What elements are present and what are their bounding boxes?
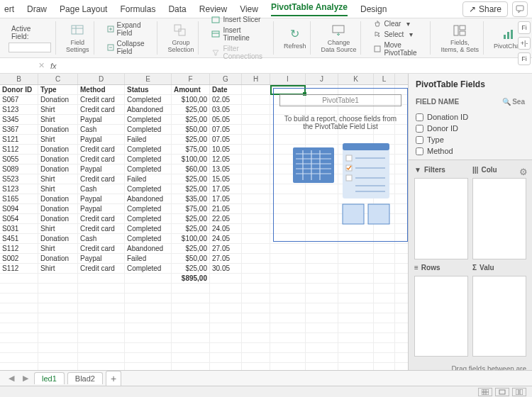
collapse-field-button[interactable]: Collapse Field xyxy=(104,39,153,56)
filters-dropzone[interactable] xyxy=(414,178,468,259)
view-page-layout-button[interactable] xyxy=(495,388,509,396)
fields-items-sets-button[interactable]: Fields, Items, & Sets xyxy=(436,21,484,55)
svg-rect-0 xyxy=(516,6,523,11)
columns-dropzone[interactable] xyxy=(472,178,526,259)
table-row[interactable] xyxy=(0,333,408,343)
refresh-button[interactable]: ↻ Refresh xyxy=(279,21,311,55)
rows-dropzone[interactable] xyxy=(414,276,468,357)
spreadsheet-grid[interactable]: BCDEFGHIJKL Donor IDTypeMethodStatusAmou… xyxy=(0,74,408,379)
svg-rect-17 xyxy=(460,26,465,30)
right-edge-buttons: Fi +|- Fi xyxy=(516,18,532,68)
comments-button[interactable] xyxy=(512,1,528,17)
refresh-icon: ↻ xyxy=(287,26,303,42)
svg-rect-32 xyxy=(343,143,389,150)
table-row[interactable] xyxy=(0,353,408,363)
table-row[interactable] xyxy=(0,284,408,293)
field-headers-toggle[interactable]: Fi xyxy=(518,52,531,65)
insert-timeline-button[interactable]: Insert Timeline xyxy=(209,26,268,43)
status-bar xyxy=(0,386,532,397)
values-area-header: ΣValu xyxy=(472,264,526,272)
share-icon: ↗ xyxy=(469,4,476,14)
menu-formulas[interactable]: Formulas xyxy=(120,4,155,14)
table-row[interactable] xyxy=(0,303,408,313)
fx-icon[interactable]: fx xyxy=(50,62,57,70)
svg-rect-10 xyxy=(179,29,185,35)
ribbon: Active Field: Field Settings Expand Fiel… xyxy=(0,18,532,58)
sigma-icon: Σ xyxy=(472,264,477,272)
menu-page-layout[interactable]: Page Layout xyxy=(60,4,107,14)
plusminusbuttons-toggle[interactable]: +|- xyxy=(518,37,531,50)
sheet-tab-1[interactable]: led1 xyxy=(34,372,65,384)
field-settings-button[interactable]: Field Settings xyxy=(62,21,94,55)
table-row[interactable]: $895,00 xyxy=(0,274,408,284)
filter-connections-button: Filter Connections xyxy=(209,44,268,61)
change-data-source-button[interactable]: Change Data Source xyxy=(316,21,361,55)
rows-icon: ≡ xyxy=(414,264,419,272)
menu-data[interactable]: Data xyxy=(168,4,186,14)
menu-view[interactable]: View xyxy=(240,4,258,14)
menu-design[interactable]: Design xyxy=(360,4,387,14)
table-row[interactable] xyxy=(0,313,408,323)
svg-rect-11 xyxy=(212,17,219,23)
field-search[interactable]: 🔍Sea xyxy=(502,98,525,106)
svg-rect-18 xyxy=(460,31,465,35)
field-list-toggle[interactable]: Fi xyxy=(518,21,531,34)
svg-rect-19 xyxy=(504,35,506,39)
select-button[interactable]: Select▾ xyxy=(371,30,426,39)
menu-pivottable-analyze[interactable]: PivotTable Analyze xyxy=(271,2,348,16)
table-row[interactable]: S112ShirtCredit cardAbandoned$25,0027.05 xyxy=(0,244,408,254)
svg-rect-48 xyxy=(516,389,519,395)
cancel-icon[interactable]: ✕ xyxy=(38,61,45,70)
insert-slicer-button[interactable]: Insert Slicer xyxy=(209,15,268,24)
svg-rect-1 xyxy=(72,26,83,34)
svg-rect-41 xyxy=(343,204,364,224)
chevron-down-icon: ▾ xyxy=(409,30,413,38)
table-row[interactable] xyxy=(0,323,408,333)
pivottable-name: PivotTable1 xyxy=(279,94,401,106)
pivottable-placeholder[interactable]: PivotTable1 To build a report, choose fi… xyxy=(273,88,408,242)
columns-area-header: |||Colu xyxy=(472,166,526,174)
table-row[interactable]: S002DonationPaypalFailed$50,0027.05 xyxy=(0,254,408,264)
filter-icon: ▼ xyxy=(414,166,421,174)
clear-button[interactable]: Clear▾ xyxy=(371,19,426,28)
add-sheet-button[interactable]: + xyxy=(106,371,121,386)
share-button[interactable]: ↗Share xyxy=(462,1,508,17)
column-headers[interactable]: BCDEFGHIJKL xyxy=(0,74,408,85)
columns-icon: ||| xyxy=(472,166,478,174)
menu-insert[interactable]: ert xyxy=(4,4,14,14)
menu-draw[interactable]: Draw xyxy=(27,4,47,14)
values-dropzone[interactable] xyxy=(472,276,526,357)
pivottable-fields-pane: PivotTable Fields FIELD NAME 🔍Sea Donati… xyxy=(408,74,532,379)
group-selection-button[interactable]: Group Selection xyxy=(163,21,199,55)
pivot-illustration xyxy=(287,142,394,234)
table-row[interactable] xyxy=(0,293,408,303)
field-checkbox[interactable]: Method xyxy=(416,145,525,157)
fields-pane-title: PivotTable Fields xyxy=(409,74,532,95)
gear-icon[interactable]: ⚙ xyxy=(519,167,528,177)
view-normal-button[interactable] xyxy=(478,388,492,396)
sheet-tabs: ◀ ▶ led1 Blad2 + xyxy=(0,370,532,386)
active-field-label: Active Field: xyxy=(9,24,51,41)
svg-rect-20 xyxy=(507,32,509,39)
expand-field-button[interactable]: Expand Field xyxy=(104,21,153,38)
menu-review[interactable]: Review xyxy=(199,4,227,14)
sheet-nav-next[interactable]: ▶ xyxy=(20,374,31,383)
svg-rect-42 xyxy=(368,204,389,224)
svg-rect-21 xyxy=(511,30,513,39)
active-field-input[interactable] xyxy=(9,43,51,52)
table-row[interactable]: S112ShirtCredit cardCompleted$25,0030.05 xyxy=(0,264,408,274)
sheet-tab-2[interactable]: Blad2 xyxy=(67,372,103,384)
rows-area-header: ≡Rows xyxy=(414,264,468,272)
chevron-down-icon: ▾ xyxy=(406,20,410,28)
sheet-nav-prev[interactable]: ◀ xyxy=(6,374,17,383)
svg-rect-22 xyxy=(293,147,334,183)
filters-area-header: ▼Filters xyxy=(414,166,468,174)
move-pivottable-button[interactable]: Move PivotTable xyxy=(371,40,426,57)
table-row[interactable] xyxy=(0,343,408,353)
view-page-break-button[interactable] xyxy=(512,388,526,396)
svg-rect-9 xyxy=(174,25,181,31)
field-checkbox[interactable]: Donation ID xyxy=(416,111,525,123)
field-list: Donation IDDonor IDTypeMethod xyxy=(409,108,532,160)
field-checkbox[interactable]: Type xyxy=(416,134,525,145)
field-checkbox[interactable]: Donor ID xyxy=(416,123,525,134)
